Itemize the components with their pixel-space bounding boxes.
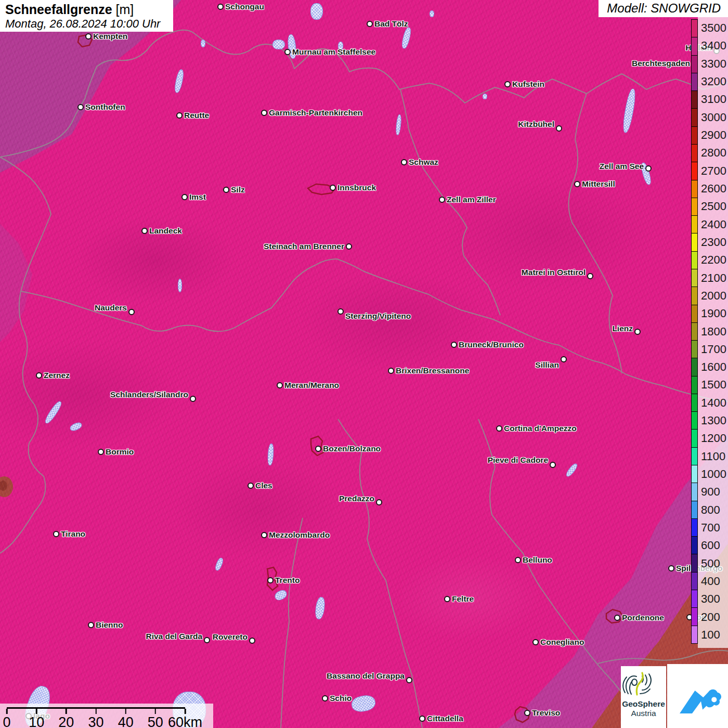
legend-color-swatch <box>692 573 697 590</box>
scalebar-tick-label: 10 <box>29 714 44 728</box>
city-marker <box>249 638 255 644</box>
legend-value-label: 100 <box>701 628 720 642</box>
geosphere-contour-icon <box>621 669 654 698</box>
legend-color-swatch <box>692 412 697 430</box>
city-label: Schio <box>330 694 352 703</box>
lake-shape <box>178 279 182 292</box>
legend-color-swatch <box>692 252 697 269</box>
legend-color-swatch <box>692 145 697 162</box>
scalebar-tick-label: 50 <box>148 714 163 728</box>
city-label: Rovereto <box>213 632 248 642</box>
legend-color-swatch <box>692 109 697 126</box>
city-marker <box>261 532 267 538</box>
legend-color-swatch <box>692 358 697 376</box>
city-marker <box>556 125 562 132</box>
city-label: Reutte <box>184 111 209 120</box>
city-label: Schongau <box>225 2 264 11</box>
geosphere-logo-text: GeoSphere <box>621 699 666 709</box>
legend-color-swatch <box>692 608 697 626</box>
legend-value-label: 2300 <box>701 236 726 249</box>
geosphere-logo-subtext: Austria <box>621 709 666 718</box>
geosphere-austria-logo: GeoSphere Austria <box>621 666 666 728</box>
legend-color-swatch <box>692 448 697 465</box>
city-marker <box>401 159 407 165</box>
legend-value-label: 3200 <box>701 75 726 88</box>
city-marker <box>284 49 291 55</box>
city-label: Steinach am Brenner <box>264 242 344 251</box>
city-label: Bienno <box>96 620 123 630</box>
city-label: Brixen/Bressanone <box>396 366 469 375</box>
scalebar-tick <box>66 709 67 714</box>
legend-value-label: 2800 <box>701 146 726 160</box>
legend-color-swatch <box>692 501 697 519</box>
blue-mountain-logo <box>667 664 728 728</box>
city-marker <box>337 308 344 315</box>
legend-color-swatch <box>692 91 697 109</box>
legend-value-label: 2200 <box>701 253 726 267</box>
scalebar-tick-label: 30 <box>88 714 103 728</box>
legend-value-label: 2400 <box>701 218 726 231</box>
city-boundary-outlines <box>78 35 623 722</box>
scalebar-tick-label: 60km <box>168 714 202 728</box>
legend-color-swatch <box>692 305 697 323</box>
city-marker <box>561 356 567 362</box>
city-label: Berchtesgaden <box>632 59 690 68</box>
legend-value-label: 700 <box>701 521 720 535</box>
title-main: Schneefallgrenze <box>5 2 112 17</box>
city-marker <box>419 716 425 722</box>
legend-color-swatch <box>692 180 697 198</box>
city-marker <box>451 342 457 348</box>
legend-color-swatch <box>692 216 697 233</box>
legend-color-swatch <box>692 519 697 537</box>
city-marker <box>53 531 59 537</box>
city-marker <box>587 273 593 279</box>
city-label: Zell am Ziller <box>447 195 496 204</box>
legend-color-swatch <box>692 233 697 251</box>
legend-color-swatch <box>692 537 697 554</box>
lake-shape <box>483 94 487 99</box>
city-marker <box>277 382 283 388</box>
city-marker <box>376 499 382 505</box>
city-label: Predazzo <box>339 494 374 503</box>
legend-color-swatch <box>692 73 697 91</box>
legend-color-swatch <box>692 56 697 73</box>
mountain-cloud-icon <box>674 672 722 720</box>
lake-shape <box>272 40 285 49</box>
lake-shape <box>310 3 323 20</box>
legend-color-swatch <box>692 554 697 572</box>
city-marker <box>367 21 373 27</box>
legend-value-label: 3100 <box>701 93 726 106</box>
legend-value-label: 3300 <box>701 57 726 71</box>
legend-color-swatch <box>692 269 697 287</box>
city-marker <box>85 33 92 40</box>
city-marker <box>504 81 511 87</box>
legend-color-swatch <box>692 198 697 216</box>
city-label: Mezzolombardo <box>269 530 330 540</box>
city-label: Meran/Merano <box>284 381 339 390</box>
legend-value-label: 3400 <box>701 39 726 53</box>
city-marker <box>267 577 274 583</box>
city-marker <box>36 372 42 379</box>
lake-shape <box>201 40 205 47</box>
city-marker <box>668 565 674 571</box>
legend-color-swatch <box>692 20 697 37</box>
city-label: Matrei in Osttirol <box>522 268 586 277</box>
legend-color-swatch <box>692 626 697 643</box>
city-marker <box>330 185 336 191</box>
city-label: Bad Tölz <box>374 19 408 29</box>
lake-shape <box>430 10 434 17</box>
city-label: Sillian <box>535 360 559 370</box>
legend-value-label: 2600 <box>701 182 726 196</box>
city-marker <box>496 425 502 432</box>
city-marker <box>128 309 135 315</box>
scalebar-tick <box>155 709 157 714</box>
legend-value-label: 300 <box>701 592 720 606</box>
legend-value-label: 1400 <box>701 396 726 410</box>
city-marker <box>524 710 530 716</box>
city-marker <box>223 187 229 193</box>
city-marker <box>439 197 445 203</box>
city-label: Bozen/Bolzano <box>323 444 381 453</box>
legend-value-label: 600 <box>701 539 720 552</box>
city-marker <box>141 228 148 234</box>
city-marker <box>176 112 183 119</box>
